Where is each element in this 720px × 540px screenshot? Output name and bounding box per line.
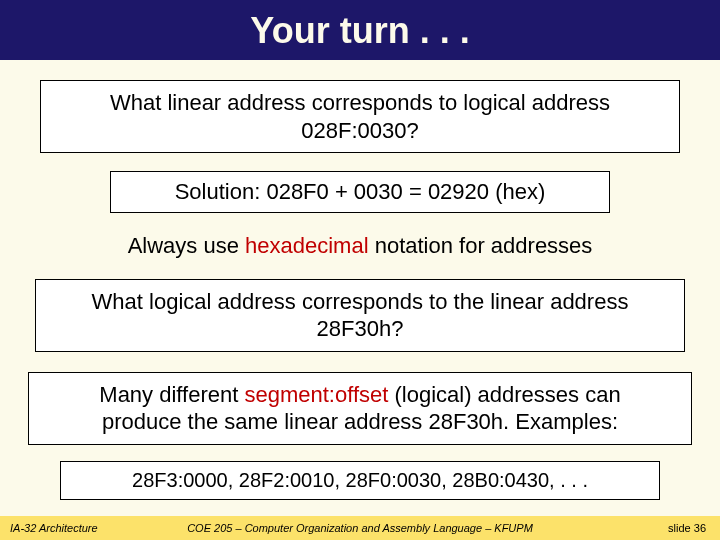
slide-body: What linear address corresponds to logic… (0, 60, 720, 500)
question-2-line1: What logical address corresponds to the … (92, 289, 629, 314)
slide-title: Your turn . . . (0, 10, 720, 52)
footer-left: IA-32 Architecture (10, 522, 98, 534)
solution-text: Solution: 028F0 + 0030 = 02920 (hex) (175, 179, 546, 204)
question-1-line2: 028F:0030? (301, 118, 418, 143)
footer-bar: IA-32 Architecture COE 205 – Computer Or… (0, 516, 720, 540)
answer-line2: produce the same linear address 28F30h. … (102, 409, 618, 434)
answer-line1-post: (logical) addresses can (388, 382, 620, 407)
footer-right: slide 36 (668, 522, 706, 534)
hex-note: Always use hexadecimal notation for addr… (18, 233, 702, 259)
answer-box: Many different segment:offset (logical) … (28, 372, 692, 445)
examples-text: 28F3:0000, 28F2:0010, 28F0:0030, 28B0:04… (132, 469, 588, 491)
solution-box: Solution: 028F0 + 0030 = 02920 (hex) (110, 171, 610, 213)
footer-center: COE 205 – Computer Organization and Asse… (0, 522, 720, 534)
question-1-box: What linear address corresponds to logic… (40, 80, 680, 153)
examples-box: 28F3:0000, 28F2:0010, 28F0:0030, 28B0:04… (60, 461, 660, 500)
answer-line1-emphasis: segment:offset (244, 382, 388, 407)
note-pre: Always use (128, 233, 245, 258)
note-emphasis: hexadecimal (245, 233, 369, 258)
question-1-line1: What linear address corresponds to logic… (110, 90, 610, 115)
question-2-box: What logical address corresponds to the … (35, 279, 685, 352)
question-2-line2: 28F30h? (317, 316, 404, 341)
note-post: notation for addresses (369, 233, 593, 258)
answer-line1-pre: Many different (99, 382, 244, 407)
title-bar: Your turn . . . (0, 0, 720, 60)
